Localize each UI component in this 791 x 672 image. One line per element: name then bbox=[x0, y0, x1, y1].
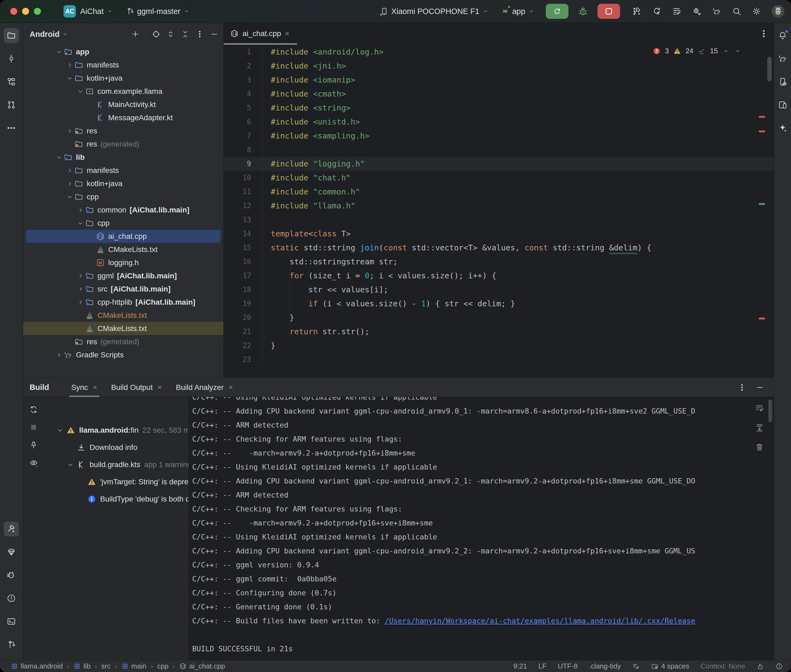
code-line-11[interactable]: 11#include "common.h" bbox=[224, 185, 774, 199]
tool-stripe-commit-button[interactable] bbox=[4, 51, 19, 66]
more-vertical-button[interactable] bbox=[196, 30, 204, 38]
error-stripe-mark[interactable] bbox=[759, 116, 765, 118]
tree-item-lib[interactable]: lib bbox=[23, 150, 223, 164]
project-view-selector[interactable]: Android bbox=[30, 30, 59, 39]
sync-refresh-button[interactable] bbox=[29, 405, 38, 414]
tree-item-mainactivity-kt[interactable]: MainActivity.kt bbox=[23, 98, 223, 111]
gradle-sync-button[interactable] bbox=[712, 6, 722, 16]
minimize-window-button[interactable] bbox=[22, 8, 29, 15]
code-line-23[interactable]: 23 bbox=[224, 352, 774, 366]
add-button[interactable] bbox=[131, 30, 140, 38]
code-line-15[interactable]: 15static std::string join(const std::vec… bbox=[224, 241, 774, 254]
sync-tree-item[interactable]: build.gradle.ktsapp 1 warning bbox=[23, 457, 188, 472]
tree-item-messageadapter-kt[interactable]: MessageAdapter.kt bbox=[23, 111, 223, 124]
tool-stripe-logcat-button[interactable] bbox=[4, 568, 19, 583]
tool-stripe-terminal-button[interactable] bbox=[4, 614, 19, 629]
linter-config[interactable]: .clang-tidy bbox=[589, 662, 621, 670]
code-line-22[interactable]: 22} bbox=[224, 339, 774, 352]
build-console[interactable]: C/C++: -- Using KleidiAI optimized kerne… bbox=[189, 397, 774, 660]
zoom-window-button[interactable] bbox=[34, 8, 41, 15]
editor-options-icon[interactable] bbox=[759, 29, 769, 38]
settings-button[interactable] bbox=[752, 6, 761, 16]
chevron-right-icon[interactable] bbox=[65, 167, 74, 174]
tool-stripe-device-manager-button[interactable] bbox=[775, 74, 790, 89]
project-selector[interactable]: AiChat bbox=[80, 7, 113, 16]
chevron-down-icon[interactable] bbox=[65, 75, 74, 82]
code-line-2[interactable]: 2#include <jni.h> bbox=[224, 59, 774, 73]
chevron-right-icon[interactable] bbox=[76, 299, 85, 306]
code-area[interactable]: 1#include <android/log.h>2#include <jni.… bbox=[224, 45, 774, 378]
close-tab-icon[interactable]: × bbox=[228, 383, 233, 392]
debug-button[interactable] bbox=[577, 5, 589, 17]
hide-button[interactable] bbox=[756, 383, 764, 392]
code-line-5[interactable]: 5#include <string> bbox=[224, 101, 774, 115]
breadcrumb-lib[interactable]: lib bbox=[74, 662, 90, 670]
editor-tab-ai-chat-cpp[interactable]: C ai_chat.cpp × bbox=[224, 23, 297, 44]
tree-item-com-example-llama[interactable]: com.example.llama bbox=[23, 85, 223, 98]
chevron-down-icon[interactable] bbox=[76, 219, 85, 227]
breadcrumb-cpp[interactable]: cpp bbox=[157, 662, 168, 670]
build-tab-build-output[interactable]: Build Output× bbox=[104, 378, 169, 397]
tree-item-cmakelists-txt[interactable]: CMakeLists.txt bbox=[23, 243, 223, 256]
device-selector[interactable]: Xiaomi POCOPHONE F1 bbox=[380, 7, 489, 16]
code-line-19[interactable]: 19 if (i < values.size() - 1) { str << d… bbox=[224, 297, 774, 310]
tree-item-cpp[interactable]: cpp bbox=[23, 216, 223, 230]
clear-all-button[interactable] bbox=[755, 442, 764, 451]
tree-item-kotlin-java[interactable]: kotlin+java bbox=[23, 72, 223, 85]
build-output-path-link[interactable]: /Users/hanyin/Workspace/ai-chat/examples… bbox=[385, 617, 695, 625]
code-line-21[interactable]: 21 return str.str(); bbox=[224, 325, 774, 339]
line-ending[interactable]: LF bbox=[538, 662, 546, 670]
close-window-button[interactable] bbox=[10, 8, 17, 15]
chevron-down-icon[interactable] bbox=[76, 88, 85, 95]
tool-stripe-gradle-button[interactable] bbox=[775, 51, 790, 66]
code-line-10[interactable]: 10#include "chat.h" bbox=[224, 171, 774, 185]
collapse-all-button[interactable] bbox=[181, 30, 189, 38]
highlighting-level-icon[interactable] bbox=[632, 662, 640, 670]
tree-item-manifests[interactable]: manifests bbox=[23, 164, 223, 177]
tree-item-cpp-httplib[interactable]: cpp-httplib[AiChat.lib.main] bbox=[23, 296, 223, 309]
error-stripe-mark[interactable] bbox=[759, 318, 765, 320]
stop-button[interactable] bbox=[597, 4, 620, 19]
chevron-down-icon[interactable] bbox=[56, 426, 64, 434]
build-tab-sync[interactable]: Sync× bbox=[64, 378, 104, 397]
sync-tree-item[interactable]: Download info bbox=[23, 440, 188, 455]
chevron-right-icon[interactable] bbox=[76, 272, 85, 280]
chevron-right-icon[interactable] bbox=[65, 180, 74, 187]
more-vertical-button[interactable] bbox=[738, 383, 746, 392]
context-indicator[interactable]: Context: None bbox=[701, 662, 745, 670]
close-tab-icon[interactable]: × bbox=[285, 29, 290, 38]
rerun-button[interactable] bbox=[546, 4, 568, 19]
attach-debugger-button[interactable] bbox=[692, 6, 702, 16]
code-line-8[interactable]: 8 bbox=[224, 143, 774, 157]
code-line-12[interactable]: 12#include "llama.h" bbox=[224, 199, 774, 213]
tree-item-cpp[interactable]: cpp bbox=[23, 190, 223, 203]
tree-item-cmakelists-txt[interactable]: CMakeLists.txt bbox=[23, 309, 223, 322]
tree-item-res[interactable]: res(generated) bbox=[23, 335, 223, 348]
indent-config[interactable]: 4 spaces bbox=[651, 662, 689, 670]
editor-scrollbar[interactable] bbox=[767, 57, 772, 82]
build-tab-build-analyzer[interactable]: Build Analyzer× bbox=[169, 378, 240, 397]
change-stripe-mark[interactable] bbox=[759, 203, 765, 205]
chevron-down-icon[interactable] bbox=[55, 154, 64, 161]
file-encoding[interactable]: UTF-8 bbox=[558, 662, 578, 670]
tree-item-res[interactable]: res bbox=[23, 124, 223, 138]
chevron-right-icon[interactable] bbox=[76, 206, 85, 214]
chevron-right-icon[interactable] bbox=[55, 351, 64, 359]
tool-stripe-gemini-button[interactable] bbox=[775, 120, 790, 136]
sync-tree-item[interactable]: llama.android: fin22 sec, 583 ms bbox=[23, 423, 188, 438]
tool-stripe-app-quality-insights-button[interactable] bbox=[4, 544, 19, 560]
code-line-4[interactable]: 4#include <cmath> bbox=[224, 87, 774, 101]
scroll-to-end-button[interactable] bbox=[755, 423, 764, 432]
breadcrumb-llama-android[interactable]: llama.android bbox=[11, 662, 63, 670]
tree-item-res[interactable]: res(generated) bbox=[23, 138, 223, 150]
tree-item-kotlin-java[interactable]: kotlin+java bbox=[23, 177, 223, 190]
chevron-right-icon[interactable] bbox=[65, 61, 74, 69]
tool-stripe-running-devices-button[interactable] bbox=[775, 98, 790, 112]
code-line-16[interactable]: 16 std::ostringstream str; bbox=[224, 254, 774, 269]
locate-button[interactable] bbox=[152, 30, 160, 38]
tool-stripe-version-control-button[interactable] bbox=[4, 637, 19, 652]
code-line-9[interactable]: 9#include "logging.h" bbox=[224, 157, 774, 171]
branch-selector[interactable]: ggml-master bbox=[126, 7, 190, 16]
expand-all-button[interactable] bbox=[166, 30, 175, 38]
run-config-selector[interactable]: app bbox=[501, 7, 535, 16]
